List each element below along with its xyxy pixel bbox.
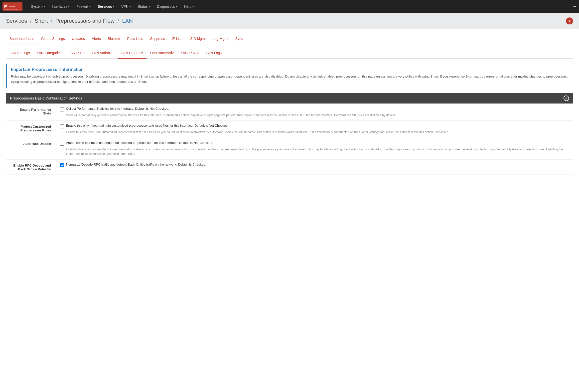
tabs-row-1: Snort Interfaces Global Settings Updates… (6, 34, 573, 44)
tab-global-settings[interactable]: Global Settings (38, 34, 68, 44)
nav-exit-icon[interactable]: ⇥ (573, 4, 577, 9)
control-main-protect: Enable this only if you maintain customi… (60, 124, 569, 128)
bc-lan: LAN (122, 18, 133, 24)
settings-table: Enable PerformanceStats Collect Performa… (6, 103, 573, 175)
nav-interfaces[interactable]: Interfaces ▾ (48, 0, 73, 13)
info-box-text: Rules may be dependent on enbled preproc… (11, 74, 569, 85)
label-protect-main: Enable this only if you maintain customi… (66, 124, 229, 127)
label-rpc-main: Normalize/Decode RPC traffic and detects… (66, 163, 206, 166)
bc-preprocessors[interactable]: Preprocessors and Flow (55, 18, 115, 24)
info-box-title: Important Preprocessor Information (11, 67, 569, 72)
svg-text:COMMUNITY EDITION: COMMUNITY EDITION (4, 8, 18, 10)
tabs-row-2: LAN Settings LAN Categories LAN Rules LA… (6, 48, 573, 59)
brand: pf Sense COMMUNITY EDITION (2, 2, 22, 11)
breadcrumb: Services / Snort / Preprocessors and Flo… (0, 13, 579, 29)
label-protect-customized: Protect CustomizedPreprocessor Rules (6, 121, 56, 138)
tab-lan-logs[interactable]: LAN Logs (203, 48, 225, 59)
table-row: Enable PerformanceStats Collect Performa… (6, 103, 573, 121)
tab-alerts[interactable]: Alerts (88, 34, 104, 44)
nav-diagnostics[interactable]: Diagnostics ▾ (153, 0, 181, 13)
help-button[interactable]: ? (566, 17, 573, 24)
control-auto-rule-disable: Auto-disable text rules dependent on dis… (56, 138, 573, 159)
main-content: Snort Interfaces Global Settings Updates… (0, 29, 579, 392)
control-rpc-decode: Normalize/Decode RPC traffic and detects… (56, 159, 573, 175)
control-main-auto-rule: Auto-disable text rules dependent on dis… (60, 141, 569, 146)
nav-system[interactable]: System ▾ (27, 0, 48, 13)
tab-lan-rules[interactable]: LAN Rules (65, 48, 89, 59)
nav-status[interactable]: Status ▾ (134, 0, 153, 13)
checkbox-rpc-decode[interactable] (60, 163, 64, 167)
desc-protect-customized: Enable this only if you use customized p… (60, 130, 569, 135)
tab-lan-barnyard2[interactable]: LAN Barnyard2 (146, 48, 177, 59)
svg-text:Sense: Sense (9, 5, 15, 8)
bc-snort[interactable]: Snort (35, 18, 48, 24)
tab-log-mgmt[interactable]: Log Mgmt (209, 34, 232, 44)
collapse-button[interactable]: − (564, 96, 569, 101)
nav-firewall[interactable]: Firewall ▾ (73, 0, 94, 13)
section-header: Preprocessors Basic Configuration Settin… (6, 93, 573, 103)
tab-snort-interfaces[interactable]: Snort Interfaces (6, 34, 38, 44)
checkbox-protect-customized[interactable] (60, 124, 64, 128)
checkbox-auto-rule-disable[interactable] (60, 142, 64, 146)
tab-lan-variables[interactable]: LAN Variables (89, 48, 118, 59)
tab-sync[interactable]: Sync (232, 34, 247, 44)
label-perf-stats-main: Collect Performance Statistics for this … (66, 107, 169, 110)
label-enable-perf-stats: Enable PerformanceStats (6, 103, 56, 121)
desc-perf-stats: Snort will automatically generate perfor… (60, 113, 569, 118)
nav-services[interactable]: Services ▾ (94, 0, 118, 13)
breadcrumb-text: Services / Snort / Preprocessors and Flo… (6, 18, 133, 24)
nav-vpn[interactable]: VPN ▾ (118, 0, 134, 13)
checkbox-perf-stats[interactable] (60, 107, 64, 111)
table-row: Auto Rule Disable Auto-disable text rule… (6, 138, 573, 159)
tab-ip-lists[interactable]: IP Lists (168, 34, 187, 44)
control-main-rpc: Normalize/Decode RPC traffic and detects… (60, 163, 569, 167)
nav-items: System ▾ Interfaces ▾ Firewall ▾ Service… (27, 0, 197, 13)
desc-auto-rule-disable: Enabling this option allows Snort to aut… (60, 147, 569, 156)
tab-blocked[interactable]: Blocked (104, 34, 124, 44)
control-protect-customized: Enable this only if you maintain customi… (56, 121, 573, 138)
label-auto-rule-main: Auto-disable text rules dependent on dis… (66, 141, 213, 145)
tab-suppress[interactable]: Suppress (146, 34, 168, 44)
nav-help[interactable]: Help ▾ (181, 0, 197, 13)
tab-updates[interactable]: Updates (68, 34, 88, 44)
table-row: Enable RPC Decode andBack Orifice Detect… (6, 159, 573, 175)
tab-pass-lists[interactable]: Pass Lists (124, 34, 147, 44)
table-row: Protect CustomizedPreprocessor Rules Ena… (6, 121, 573, 138)
info-box: Important Preprocessor Information Rules… (6, 64, 573, 88)
svg-text:pf: pf (4, 4, 7, 8)
navbar: pf Sense COMMUNITY EDITION System ▾ Inte… (0, 0, 579, 13)
tab-sid-mgmt[interactable]: SID Mgmt (187, 34, 209, 44)
tab-lan-preprocs[interactable]: LAN Preprocs (118, 48, 146, 59)
tab-lan-settings[interactable]: LAN Settings (6, 48, 33, 59)
label-auto-rule-disable: Auto Rule Disable (6, 138, 56, 159)
tab-lan-categories[interactable]: LAN Categories (33, 48, 65, 59)
label-rpc-decode: Enable RPC Decode andBack Orifice Detect… (6, 159, 56, 175)
bc-services[interactable]: Services (6, 18, 27, 24)
section-title: Preprocessors Basic Configuration Settin… (10, 96, 82, 100)
tab-lan-ip-rep[interactable]: LAN IP Rep (177, 48, 203, 59)
control-main-perf-stats: Collect Performance Statistics for this … (60, 107, 569, 111)
control-enable-perf-stats: Collect Performance Statistics for this … (56, 103, 573, 121)
pfsense-logo: pf Sense COMMUNITY EDITION (2, 2, 22, 11)
